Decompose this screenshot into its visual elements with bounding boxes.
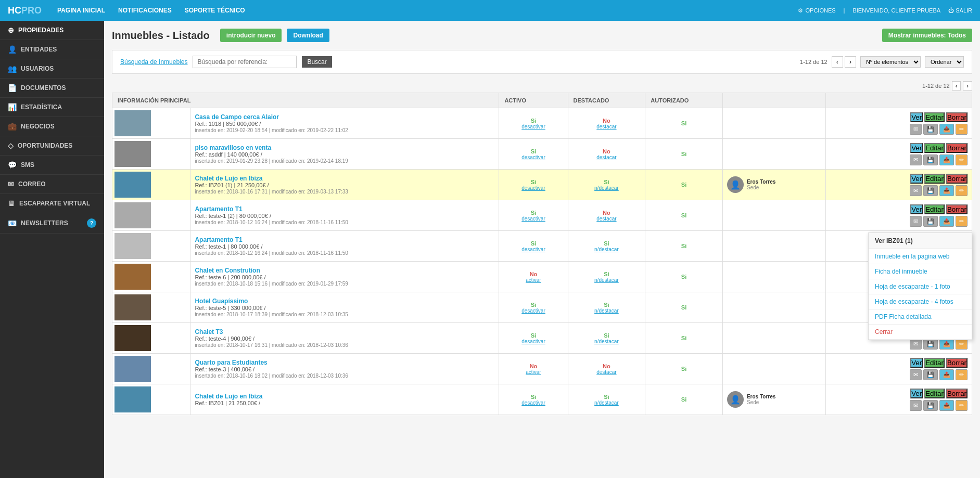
prop-activo-link[interactable]: desactivar [503, 124, 563, 130]
prop-title[interactable]: Hotel Guapíssimo [195, 298, 248, 305]
dropdown-item-ficha[interactable]: Ficha del inmueble [869, 264, 972, 279]
prop-activo-link[interactable]: desactivar [503, 216, 563, 222]
prop-activo-link[interactable]: desactivar [503, 247, 563, 252]
prop-destacado-link[interactable]: destacar [572, 154, 641, 160]
editar-button[interactable]: Editar [924, 112, 945, 122]
edit-icon-button[interactable]: ✏ [956, 216, 968, 227]
prop-activo-link[interactable]: activar [503, 277, 563, 283]
table-next-button[interactable]: › [963, 81, 972, 91]
save-icon-button[interactable]: 💾 [923, 124, 938, 135]
ver-button[interactable]: Ver [910, 358, 923, 368]
sidebar-item-propiedades[interactable]: ⊕ PROPIEDADES [0, 21, 104, 40]
nav-pagina-inicial[interactable]: PAGINA INICIAL [57, 7, 105, 14]
ver-button[interactable]: Ver [910, 204, 923, 214]
prop-title[interactable]: Apartamento T1 [195, 205, 242, 213]
editar-button[interactable]: Editar [924, 204, 945, 214]
save-icon-button[interactable]: 💾 [923, 216, 938, 227]
edit-icon-button[interactable]: ✏ [956, 154, 968, 165]
prop-destacado-link[interactable]: destacar [572, 124, 641, 130]
download-button[interactable]: Download [287, 29, 329, 42]
edit-icon-button[interactable]: ✏ [956, 400, 968, 411]
prop-destacado-link[interactable]: n/destacar [572, 277, 641, 283]
borrar-button[interactable]: Borrar [946, 174, 968, 184]
sidebar-item-sms[interactable]: 💬 SMS [0, 156, 104, 175]
sidebar-item-estadistica[interactable]: 📊 ESTADÍSTICA [0, 98, 104, 117]
borrar-button[interactable]: Borrar [946, 358, 968, 368]
share-icon-button[interactable]: 📤 [939, 185, 954, 196]
prop-destacado-link[interactable]: n/destacar [572, 247, 641, 252]
ver-button[interactable]: Ver [910, 389, 923, 398]
sidebar-item-negocios[interactable]: 💼 NEGOCIOS [0, 117, 104, 136]
prop-destacado-link[interactable]: n/destacar [572, 339, 641, 344]
borrar-button[interactable]: Borrar [946, 389, 968, 398]
prop-destacado-link[interactable]: n/destacar [572, 308, 641, 314]
share-icon-button[interactable]: 📤 [939, 369, 954, 380]
prop-activo-link[interactable]: desactivar [503, 185, 563, 191]
share-icon-button[interactable]: 📤 [939, 216, 954, 227]
edit-icon-button[interactable]: ✏ [956, 369, 968, 380]
dropdown-item-pdf[interactable]: PDF Ficha detallada [869, 309, 972, 325]
dropdown-item-web[interactable]: Inmueble en la pagina web [869, 249, 972, 264]
prop-destacado-link[interactable]: n/destacar [572, 185, 641, 191]
prop-activo-link[interactable]: activar [503, 369, 563, 375]
email-icon-button[interactable]: ✉ [910, 185, 922, 196]
busqueda-inmuebles-link[interactable]: Búsqueda de Inmuebles [120, 58, 187, 66]
save-icon-button[interactable]: 💾 [923, 400, 938, 411]
dropdown-item-hoja4fotos[interactable]: Hoja de escaparate - 4 fotos [869, 294, 972, 309]
editar-button[interactable]: Editar [924, 174, 945, 184]
prop-title[interactable]: Casa de Campo cerca Alaior [195, 113, 279, 121]
sidebar-item-usuarios[interactable]: 👥 USUARIOS [0, 59, 104, 79]
sidebar-item-documentos[interactable]: 📄 DOCUMENTOS [0, 79, 104, 98]
prop-destacado-link[interactable]: destacar [572, 369, 641, 375]
sidebar-item-entidades[interactable]: 👤 ENTIDADES [0, 40, 104, 59]
save-icon-button[interactable]: 💾 [923, 369, 938, 380]
dropdown-item-cerrar[interactable]: Cerrar [869, 325, 972, 340]
prop-title[interactable]: piso maravilloso en venta [195, 144, 271, 151]
search-input[interactable] [193, 56, 297, 68]
ver-button[interactable]: Ver [910, 143, 923, 153]
sidebar-item-oportunidades[interactable]: ◇ OPORTUNIDADES [0, 136, 104, 156]
prop-title[interactable]: Chalet de Lujo en Ibiza [195, 393, 262, 400]
sidebar-item-escaparate[interactable]: 🖥 ESCAPARATE VIRTUAL [0, 194, 104, 213]
borrar-button[interactable]: Borrar [946, 143, 968, 153]
prop-title[interactable]: Quarto para Estudiantes [195, 359, 267, 366]
prop-activo-link[interactable]: desactivar [503, 154, 563, 160]
edit-icon-button[interactable]: ✏ [956, 185, 968, 196]
dropdown-item-hoja1foto[interactable]: Hoja de escaparate - 1 foto [869, 279, 972, 294]
prop-activo-link[interactable]: desactivar [503, 339, 563, 344]
prev-page-button[interactable]: ‹ [832, 56, 843, 68]
prop-activo-link[interactable]: desactivar [503, 308, 563, 314]
save-icon-button[interactable]: 💾 [923, 154, 938, 165]
borrar-button[interactable]: Borrar [946, 204, 968, 214]
editar-button[interactable]: Editar [924, 358, 945, 368]
editar-button[interactable]: Editar [924, 143, 945, 153]
share-icon-button[interactable]: 📤 [939, 154, 954, 165]
share-icon-button[interactable]: 📤 [939, 400, 954, 411]
mostrar-inmuebles-button[interactable]: Mostrar inmuebles: Todos [882, 29, 972, 42]
table-prev-button[interactable]: ‹ [952, 81, 961, 91]
sidebar-item-newsletters[interactable]: 📧 NEWSLETTERS ? [0, 213, 104, 234]
sidebar-item-correo[interactable]: ✉ CORREO [0, 175, 104, 194]
elementos-select[interactable]: Nº de elementos [860, 56, 921, 68]
nav-soporte[interactable]: SOPORTE TÉCNICO [185, 7, 245, 14]
nav-notificaciones[interactable]: NOTIFICACIONES [118, 7, 172, 14]
email-icon-button[interactable]: ✉ [910, 124, 922, 135]
editar-button[interactable]: Editar [924, 389, 945, 398]
ordenar-select[interactable]: Ordenar [925, 56, 964, 68]
email-icon-button[interactable]: ✉ [910, 400, 922, 411]
email-icon-button[interactable]: ✉ [910, 154, 922, 165]
edit-icon-button[interactable]: ✏ [956, 124, 968, 135]
email-icon-button[interactable]: ✉ [910, 369, 922, 380]
prop-title[interactable]: Chalet de Lujo en Ibiza [195, 175, 262, 182]
ver-button[interactable]: Ver [910, 112, 923, 122]
introducir-nuevo-button[interactable]: introducir nuevo [220, 29, 282, 42]
prop-title[interactable]: Apartamento T1 [195, 236, 242, 243]
prop-title[interactable]: Chalet en Constrution [195, 267, 260, 274]
buscar-button[interactable]: Buscar [302, 56, 332, 68]
ver-button[interactable]: Ver [910, 174, 923, 184]
prop-destacado-link[interactable]: destacar [572, 216, 641, 222]
save-icon-button[interactable]: 💾 [923, 185, 938, 196]
prop-destacado-link[interactable]: n/destacar [572, 400, 641, 406]
salir-button[interactable]: SALIR [948, 7, 972, 14]
next-page-button[interactable]: › [845, 56, 856, 68]
